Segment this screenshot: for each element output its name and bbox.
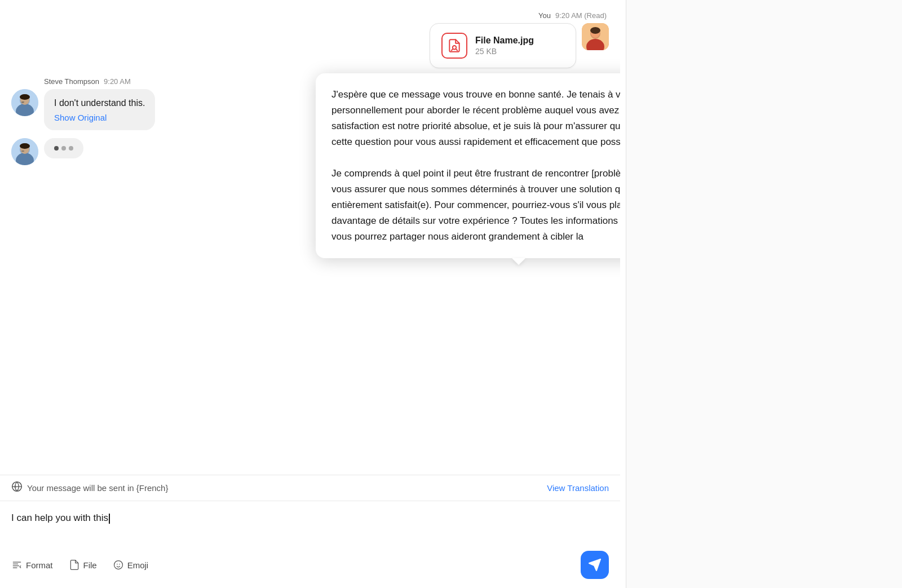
received-sender-name-1: Steve Thompson xyxy=(44,77,99,86)
translation-banner-left: A Your message will be sent in {French} xyxy=(11,481,168,495)
sent-message-meta: You 9:20 AM (Read) xyxy=(538,11,609,20)
view-translation-link[interactable]: View Translation xyxy=(547,483,609,493)
file-bubble[interactable]: File Name.jpg 25 KB xyxy=(430,23,576,68)
svg-point-22 xyxy=(119,564,120,565)
svg-point-16 xyxy=(20,143,30,149)
typing-avatar xyxy=(11,138,38,165)
typing-dot-1 xyxy=(54,146,59,151)
format-icon xyxy=(11,559,23,571)
messages-area: You 9:20 AM (Read) File Name.jpg xyxy=(0,0,620,475)
send-icon xyxy=(588,558,602,572)
sender-avatar xyxy=(582,23,609,50)
sent-bubble-wrapper: File Name.jpg 25 KB xyxy=(430,23,609,68)
translation-text: J'espère que ce message vous trouve en b… xyxy=(331,87,620,245)
right-panel xyxy=(626,0,902,588)
sent-message-time: 9:20 AM (Read) xyxy=(555,11,607,20)
translation-scroll[interactable]: J'espère que ce message vous trouve en b… xyxy=(331,87,620,245)
svg-point-10 xyxy=(20,94,30,100)
file-name: File Name.jpg xyxy=(475,36,534,46)
show-original-link[interactable]: Show Original xyxy=(54,113,145,122)
female-avatar-svg xyxy=(582,23,609,50)
typing-avatar-svg xyxy=(11,138,38,165)
format-label: Format xyxy=(26,560,53,570)
format-button[interactable]: Format xyxy=(11,559,53,571)
file-icon-wrapper xyxy=(441,33,467,59)
tooltip-tail xyxy=(512,258,525,265)
steve-avatar xyxy=(11,89,38,116)
female-avatar xyxy=(582,23,609,50)
translation-banner: A Your message will be sent in {French} … xyxy=(0,475,620,501)
input-area: A Your message will be sent in {French} … xyxy=(0,475,620,588)
send-button[interactable] xyxy=(581,551,609,579)
pdf-icon xyxy=(447,38,462,53)
typing-dot-2 xyxy=(61,146,66,151)
translate-icon: A xyxy=(11,481,23,495)
received-message-time-1: 9:20 AM xyxy=(104,77,131,86)
file-size: 25 KB xyxy=(475,47,534,56)
emoji-button[interactable]: Emoji xyxy=(113,559,149,571)
translation-banner-text: Your message will be sent in {French} xyxy=(27,483,168,493)
svg-rect-11 xyxy=(21,101,24,103)
translation-tooltip: J'espère que ce message vous trouve en b… xyxy=(316,73,620,258)
message-input-wrapper: I can help you with this xyxy=(0,501,620,545)
file-icon xyxy=(69,559,80,571)
svg-text:A: A xyxy=(14,485,16,488)
svg-point-21 xyxy=(117,564,118,565)
svg-point-0 xyxy=(453,46,457,50)
toolbar: Format File Emoji xyxy=(0,545,620,588)
typing-dots xyxy=(44,138,83,158)
file-info: File Name.jpg 25 KB xyxy=(475,36,534,56)
svg-point-20 xyxy=(114,561,122,569)
emoji-icon xyxy=(113,559,124,571)
file-label: File xyxy=(83,560,97,570)
sent-message-row: You 9:20 AM (Read) File Name.jpg xyxy=(11,11,609,68)
received-bubble-wrapper-1: I don't understand this. Show Original xyxy=(11,89,155,130)
translate-svg: A xyxy=(11,481,23,492)
message-input-text: I can help you with this xyxy=(11,512,108,523)
received-bubble-1: I don't understand this. Show Original xyxy=(44,89,155,130)
svg-rect-17 xyxy=(21,151,24,152)
received-text-1: I don't understand this. xyxy=(54,98,145,108)
file-button[interactable]: File xyxy=(69,559,97,571)
sent-sender-name: You xyxy=(538,11,551,20)
message-input[interactable]: I can help you with this xyxy=(11,509,609,537)
received-message-meta-1: Steve Thompson 9:20 AM xyxy=(11,77,131,86)
male-avatar-svg xyxy=(11,89,38,116)
text-cursor xyxy=(109,514,110,524)
emoji-label: Emoji xyxy=(127,560,149,570)
typing-dot-3 xyxy=(69,146,73,151)
